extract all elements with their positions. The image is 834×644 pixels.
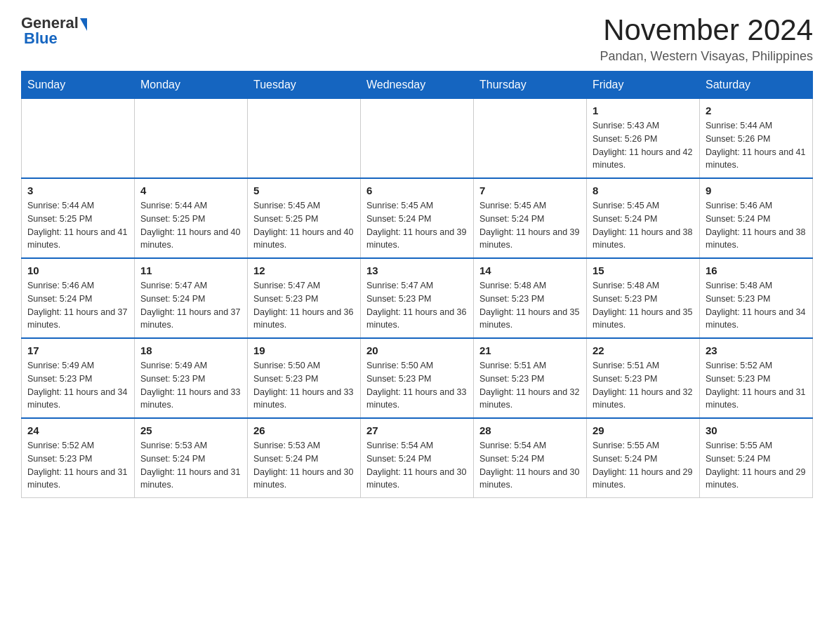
calendar-day-cell: 14Sunrise: 5:48 AMSunset: 5:23 PMDayligh…: [474, 258, 587, 338]
day-number: 5: [253, 185, 355, 196]
calendar-day-cell: [474, 99, 587, 179]
calendar-table: SundayMondayTuesdayWednesdayThursdayFrid…: [21, 71, 813, 498]
day-info: Sunrise: 5:45 AMSunset: 5:24 PMDaylight:…: [366, 199, 468, 252]
day-number: 25: [140, 424, 241, 436]
calendar-day-cell: 24Sunrise: 5:52 AMSunset: 5:23 PMDayligh…: [22, 418, 135, 498]
calendar-day-cell: 15Sunrise: 5:48 AMSunset: 5:23 PMDayligh…: [587, 258, 700, 338]
day-number: 1: [593, 105, 694, 116]
calendar-day-cell: 20Sunrise: 5:50 AMSunset: 5:23 PMDayligh…: [361, 338, 474, 418]
day-number: 6: [366, 185, 468, 196]
calendar-header-wednesday: Wednesday: [361, 72, 474, 99]
day-info: Sunrise: 5:53 AMSunset: 5:24 PMDaylight:…: [253, 439, 355, 492]
calendar-day-cell: 19Sunrise: 5:50 AMSunset: 5:23 PMDayligh…: [248, 338, 361, 418]
day-info: Sunrise: 5:47 AMSunset: 5:23 PMDaylight:…: [253, 279, 355, 332]
day-number: 20: [366, 344, 468, 356]
calendar-day-cell: 8Sunrise: 5:45 AMSunset: 5:24 PMDaylight…: [587, 178, 700, 258]
calendar-week-row: 17Sunrise: 5:49 AMSunset: 5:23 PMDayligh…: [22, 338, 813, 418]
month-year-title: November 2024: [600, 14, 813, 46]
day-info: Sunrise: 5:45 AMSunset: 5:24 PMDaylight:…: [479, 199, 581, 252]
day-info: Sunrise: 5:48 AMSunset: 5:23 PMDaylight:…: [479, 279, 581, 332]
day-info: Sunrise: 5:53 AMSunset: 5:24 PMDaylight:…: [140, 439, 241, 492]
day-number: 3: [27, 185, 128, 196]
calendar-day-cell: 17Sunrise: 5:49 AMSunset: 5:23 PMDayligh…: [22, 338, 135, 418]
calendar-header-tuesday: Tuesday: [248, 72, 361, 99]
day-number: 17: [27, 344, 128, 356]
calendar-header-thursday: Thursday: [474, 72, 587, 99]
day-number: 23: [706, 344, 807, 356]
day-number: 22: [593, 344, 694, 356]
day-info: Sunrise: 5:52 AMSunset: 5:23 PMDaylight:…: [27, 439, 128, 492]
day-info: Sunrise: 5:48 AMSunset: 5:23 PMDaylight:…: [593, 279, 694, 332]
location-subtitle: Pandan, Western Visayas, Philippines: [600, 49, 813, 64]
calendar-day-cell: 5Sunrise: 5:45 AMSunset: 5:25 PMDaylight…: [248, 178, 361, 258]
day-info: Sunrise: 5:48 AMSunset: 5:23 PMDaylight:…: [706, 279, 807, 332]
calendar-day-cell: 13Sunrise: 5:47 AMSunset: 5:23 PMDayligh…: [361, 258, 474, 338]
calendar-header-sunday: Sunday: [22, 72, 135, 99]
calendar-day-cell: 9Sunrise: 5:46 AMSunset: 5:24 PMDaylight…: [700, 178, 813, 258]
day-info: Sunrise: 5:55 AMSunset: 5:24 PMDaylight:…: [706, 439, 807, 492]
day-info: Sunrise: 5:47 AMSunset: 5:23 PMDaylight:…: [366, 279, 468, 332]
calendar-day-cell: 12Sunrise: 5:47 AMSunset: 5:23 PMDayligh…: [248, 258, 361, 338]
calendar-day-cell: 3Sunrise: 5:44 AMSunset: 5:25 PMDaylight…: [22, 178, 135, 258]
day-number: 4: [140, 185, 241, 196]
calendar-day-cell: 18Sunrise: 5:49 AMSunset: 5:23 PMDayligh…: [135, 338, 248, 418]
calendar-day-cell: 7Sunrise: 5:45 AMSunset: 5:24 PMDaylight…: [474, 178, 587, 258]
day-info: Sunrise: 5:49 AMSunset: 5:23 PMDaylight:…: [27, 359, 128, 412]
day-number: 16: [706, 264, 807, 276]
day-number: 12: [253, 264, 355, 276]
day-info: Sunrise: 5:51 AMSunset: 5:23 PMDaylight:…: [593, 359, 694, 412]
day-info: Sunrise: 5:51 AMSunset: 5:23 PMDaylight:…: [479, 359, 581, 412]
day-number: 14: [479, 264, 581, 276]
day-number: 30: [706, 424, 807, 436]
calendar-day-cell: 23Sunrise: 5:52 AMSunset: 5:23 PMDayligh…: [700, 338, 813, 418]
day-number: 2: [706, 105, 807, 116]
calendar-day-cell: 1Sunrise: 5:43 AMSunset: 5:26 PMDaylight…: [587, 99, 700, 179]
logo-blue-text: Blue: [24, 29, 58, 48]
title-area: November 2024 Pandan, Western Visayas, P…: [600, 14, 813, 64]
day-info: Sunrise: 5:46 AMSunset: 5:24 PMDaylight:…: [27, 279, 128, 332]
logo: General Blue: [21, 14, 87, 48]
calendar-day-cell: [22, 99, 135, 179]
day-number: 13: [366, 264, 468, 276]
day-number: 15: [593, 264, 694, 276]
calendar-day-cell: [361, 99, 474, 179]
day-info: Sunrise: 5:55 AMSunset: 5:24 PMDaylight:…: [593, 439, 694, 492]
calendar-header-friday: Friday: [587, 72, 700, 99]
day-info: Sunrise: 5:52 AMSunset: 5:23 PMDaylight:…: [706, 359, 807, 412]
day-number: 19: [253, 344, 355, 356]
logo-triangle-icon: [80, 18, 87, 31]
calendar-header-row: SundayMondayTuesdayWednesdayThursdayFrid…: [22, 72, 813, 99]
day-info: Sunrise: 5:50 AMSunset: 5:23 PMDaylight:…: [253, 359, 355, 412]
calendar-day-cell: 29Sunrise: 5:55 AMSunset: 5:24 PMDayligh…: [587, 418, 700, 498]
day-info: Sunrise: 5:54 AMSunset: 5:24 PMDaylight:…: [366, 439, 468, 492]
day-number: 21: [479, 344, 581, 356]
day-info: Sunrise: 5:43 AMSunset: 5:26 PMDaylight:…: [593, 119, 694, 172]
day-info: Sunrise: 5:45 AMSunset: 5:24 PMDaylight:…: [593, 199, 694, 252]
day-number: 11: [140, 264, 241, 276]
day-number: 7: [479, 185, 581, 196]
day-number: 29: [593, 424, 694, 436]
day-info: Sunrise: 5:54 AMSunset: 5:24 PMDaylight:…: [479, 439, 581, 492]
day-info: Sunrise: 5:49 AMSunset: 5:23 PMDaylight:…: [140, 359, 241, 412]
calendar-day-cell: 21Sunrise: 5:51 AMSunset: 5:23 PMDayligh…: [474, 338, 587, 418]
day-info: Sunrise: 5:44 AMSunset: 5:25 PMDaylight:…: [27, 199, 128, 252]
day-info: Sunrise: 5:47 AMSunset: 5:24 PMDaylight:…: [140, 279, 241, 332]
calendar-header-monday: Monday: [135, 72, 248, 99]
day-info: Sunrise: 5:50 AMSunset: 5:23 PMDaylight:…: [366, 359, 468, 412]
day-number: 27: [366, 424, 468, 436]
calendar-day-cell: 4Sunrise: 5:44 AMSunset: 5:25 PMDaylight…: [135, 178, 248, 258]
day-number: 10: [27, 264, 128, 276]
day-info: Sunrise: 5:45 AMSunset: 5:25 PMDaylight:…: [253, 199, 355, 252]
calendar-day-cell: 26Sunrise: 5:53 AMSunset: 5:24 PMDayligh…: [248, 418, 361, 498]
calendar-day-cell: 6Sunrise: 5:45 AMSunset: 5:24 PMDaylight…: [361, 178, 474, 258]
calendar-day-cell: [248, 99, 361, 179]
calendar-header-saturday: Saturday: [700, 72, 813, 99]
calendar-day-cell: 28Sunrise: 5:54 AMSunset: 5:24 PMDayligh…: [474, 418, 587, 498]
calendar-day-cell: 10Sunrise: 5:46 AMSunset: 5:24 PMDayligh…: [22, 258, 135, 338]
calendar-week-row: 3Sunrise: 5:44 AMSunset: 5:25 PMDaylight…: [22, 178, 813, 258]
calendar-day-cell: 2Sunrise: 5:44 AMSunset: 5:26 PMDaylight…: [700, 99, 813, 179]
day-info: Sunrise: 5:44 AMSunset: 5:25 PMDaylight:…: [140, 199, 241, 252]
calendar-week-row: 1Sunrise: 5:43 AMSunset: 5:26 PMDaylight…: [22, 99, 813, 179]
day-number: 28: [479, 424, 581, 436]
day-info: Sunrise: 5:44 AMSunset: 5:26 PMDaylight:…: [706, 119, 807, 172]
